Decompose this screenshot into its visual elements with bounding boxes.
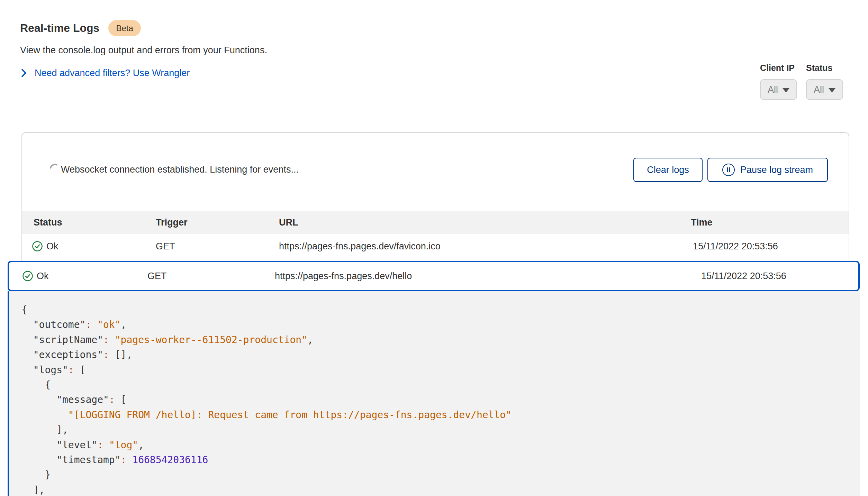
websocket-status-text: Websocket connection established. Listen… [61, 164, 299, 175]
log-table-row[interactable]: Ok GET https://pages-fns.pages.dev/favic… [22, 234, 849, 259]
code-token: : [85, 319, 91, 330]
code-token [91, 319, 97, 330]
time-cell: 15/11/2022 20:53:56 [701, 271, 786, 282]
column-header-url: URL [279, 217, 298, 228]
code-token: , [121, 319, 127, 330]
code-token: : [97, 439, 103, 451]
realtime-logs-page: { "colors": { "accent_blue": "#0051c3", … [0, 0, 868, 496]
filter-status-dropdown[interactable]: All [806, 79, 843, 100]
code-token: : [109, 394, 115, 405]
filter-status: Status All [806, 63, 843, 100]
log-detail-panel: { "outcome": "ok", "scriptName": "pages-… [8, 291, 860, 496]
filter-client-ip-label: Client IP [760, 63, 797, 73]
pause-log-stream-button[interactable]: Pause log stream [707, 158, 828, 182]
code-token: [ [115, 394, 127, 405]
clear-logs-label: Clear logs [647, 165, 689, 175]
code-token: "exceptions" [21, 349, 103, 360]
code-token: [], [109, 349, 132, 360]
code-token: : [103, 349, 109, 360]
clear-logs-button[interactable]: Clear logs [633, 158, 703, 182]
expanded-log-entry: Ok GET https://pages-fns.pages.dev/hello… [8, 261, 860, 496]
filter-client-ip-dropdown[interactable]: All [760, 79, 797, 100]
caret-down-icon [829, 88, 835, 92]
code-line: "message": [ [21, 392, 860, 407]
pause-icon [722, 164, 735, 176]
code-token: { [21, 304, 27, 315]
code-line: ], [21, 422, 860, 437]
code-token: : [68, 364, 74, 376]
check-circle-icon [32, 241, 43, 252]
filter-status-value: All [814, 84, 824, 95]
code-token: "log" [109, 439, 138, 451]
log-filters: Client IP All Status All [760, 63, 843, 100]
code-token: } [21, 469, 51, 480]
code-line: "level": "log", [21, 438, 860, 452]
column-header-trigger: Trigger [156, 217, 188, 228]
status-cell: Ok [46, 241, 58, 252]
code-line: "logs": [ [21, 362, 860, 377]
code-token: "timestamp" [21, 454, 121, 466]
column-header-status: Status [34, 217, 62, 228]
filter-status-label: Status [806, 63, 843, 73]
wrangler-link-label: Need advanced filters? Use Wrangler [35, 68, 190, 79]
code-token: 1668542036116 [132, 454, 208, 466]
wrangler-link[interactable]: Need advanced filters? Use Wrangler [21, 67, 190, 79]
check-circle-icon [22, 270, 33, 282]
chevron-right-icon [21, 67, 27, 79]
code-line: "[LOGGING FROM /hello]: Request came fro… [21, 407, 860, 422]
code-token: "level" [21, 439, 97, 451]
url-cell: https://pages-fns.pages.dev/favicon.ico [279, 241, 441, 252]
json-code-block: { "outcome": "ok", "scriptName": "pages-… [21, 302, 860, 496]
code-line: { [21, 302, 860, 317]
code-token [109, 334, 115, 346]
code-token: { [21, 379, 51, 391]
code-token: [ [74, 364, 86, 376]
trigger-cell: GET [156, 241, 175, 252]
code-token: : [121, 454, 127, 466]
beta-badge: Beta [108, 20, 141, 36]
code-line: "scriptName": "pages-worker--611502-prod… [21, 332, 860, 347]
caret-down-icon [783, 88, 789, 92]
code-line: { [21, 377, 860, 392]
page-title: Real-time Logs [20, 22, 99, 35]
code-line: "exceptions": [], [21, 347, 860, 362]
page-header: Real-time Logs Beta [20, 20, 141, 36]
code-token: "message" [21, 394, 109, 405]
page-subtitle: View the console.log output and errors f… [20, 45, 267, 56]
column-header-time: Time [691, 217, 713, 228]
code-token: : [103, 334, 109, 346]
code-token [103, 439, 109, 451]
code-token: "logs" [21, 364, 68, 376]
code-line: } [21, 467, 860, 482]
time-cell: 15/11/2022 20:53:56 [693, 241, 778, 252]
code-token [126, 454, 132, 466]
filter-client-ip: Client IP All [760, 63, 797, 100]
code-line: ], [21, 483, 860, 496]
code-token: ], [21, 484, 45, 496]
code-token: ], [21, 424, 68, 435]
code-token: "pages-worker--611502-production" [115, 334, 307, 346]
code-line: "timestamp": 1668542036116 [21, 452, 860, 467]
trigger-cell: GET [147, 271, 167, 282]
filter-client-ip-value: All [768, 84, 778, 95]
code-token: , [307, 334, 313, 346]
expanded-log-row[interactable]: Ok GET https://pages-fns.pages.dev/hello… [8, 261, 860, 291]
pause-log-stream-label: Pause log stream [740, 165, 813, 175]
code-token: "ok" [97, 319, 120, 330]
logs-table-header: Status Trigger URL Time [22, 211, 849, 234]
status-cell: Ok [37, 271, 49, 282]
url-cell: https://pages-fns.pages.dev/hello [275, 271, 412, 282]
code-token: "outcome" [21, 319, 85, 330]
code-line: "outcome": "ok", [21, 317, 860, 332]
code-token: , [138, 439, 144, 451]
code-token: "scriptName" [21, 334, 103, 346]
code-token: "[LOGGING FROM /hello]: Request came fro… [21, 409, 512, 421]
spinner-icon [48, 161, 59, 176]
